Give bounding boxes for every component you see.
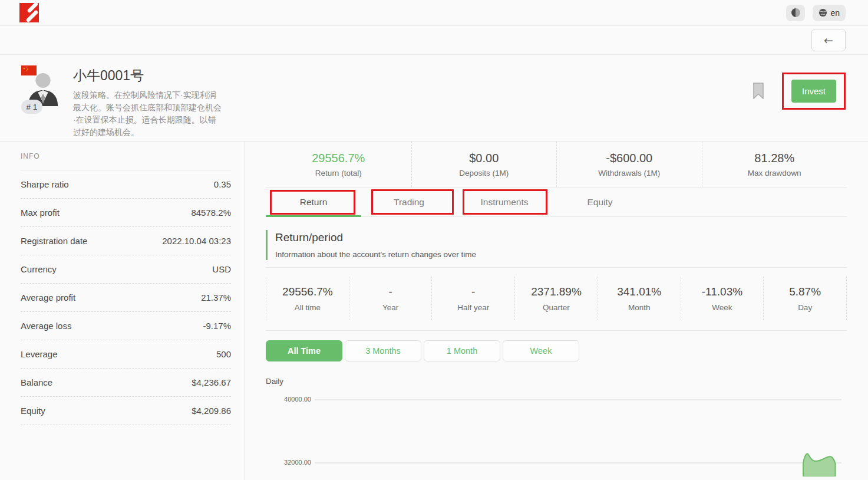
top-bar: en	[0, 0, 868, 26]
info-value: USD	[212, 264, 231, 274]
info-value: 2022.10.04 03:23	[162, 236, 231, 246]
tab-bar: Return Trading Instruments Equity	[266, 188, 847, 217]
period-all-time: 29556.7% All time	[266, 277, 349, 320]
info-label: Balance	[21, 377, 52, 387]
period-value: 341.01%	[617, 285, 661, 298]
china-flag-icon	[21, 65, 37, 75]
language-button[interactable]: en	[813, 5, 846, 21]
bookmark-icon	[753, 83, 764, 99]
info-panel-title: INFO	[21, 152, 231, 170]
stat-label: Withdrawals (1M)	[598, 169, 660, 177]
secondary-bar: ←	[0, 26, 868, 55]
info-panel: INFO Sharpe ratio 0.35 Max profit 84578.…	[0, 142, 245, 480]
filter-1-month[interactable]: 1 Month	[424, 340, 500, 361]
stat-value: -$600.00	[606, 152, 652, 165]
tab-label: Return	[300, 197, 328, 208]
period-week: -11.03% Week	[681, 277, 764, 320]
period-day: 5.87% Day	[763, 277, 846, 320]
stat-label: Deposits (1M)	[459, 169, 509, 177]
main-content: 29556.7% Return (total) $0.00 Deposits (…	[245, 142, 868, 480]
info-row-average-loss: Average loss -9.17%	[21, 312, 231, 340]
info-value: 21.37%	[201, 292, 231, 303]
trader-profile-header: # 1 小牛0001号 波段策略。在控制风险情况下·实现利润最大化。账号会抓住底…	[0, 55, 868, 142]
info-row-leverage: Leverage 500	[21, 340, 231, 369]
chart-frequency-label: Daily	[266, 377, 847, 386]
info-value: -9.17%	[203, 321, 231, 331]
return-period-section-header: Return/period Information about the acco…	[266, 230, 847, 260]
info-row-average-profit: Average profit 21.37%	[21, 284, 231, 312]
filter-all-time[interactable]: All Time	[266, 340, 342, 361]
period-label: Month	[628, 303, 651, 312]
period-quarter: 2371.89% Quarter	[514, 277, 598, 320]
stat-max-drawdown: 81.28% Max drawdown	[702, 142, 847, 187]
info-label: Equity	[21, 406, 45, 416]
section-subtitle: Information about the account's return c…	[275, 250, 847, 259]
period-value: 29556.7%	[282, 285, 333, 298]
info-label: Sharpe ratio	[21, 179, 69, 189]
y-axis-tick: 40000.00	[266, 396, 311, 403]
info-label: Average loss	[21, 321, 71, 331]
filter-week[interactable]: Week	[503, 340, 579, 361]
tab-label: Trading	[394, 197, 424, 208]
info-value: 0.35	[214, 179, 231, 189]
gridline	[315, 462, 841, 463]
info-label: Leverage	[21, 349, 58, 359]
info-label: Currency	[21, 264, 57, 274]
tab-trading[interactable]: Trading	[361, 188, 457, 216]
stat-label: Return (total)	[315, 169, 362, 177]
info-label: Max profit	[21, 208, 60, 218]
period-year: - Year	[349, 277, 432, 320]
period-label: Half year	[457, 303, 489, 312]
stat-deposits: $0.00 Deposits (1M)	[411, 142, 557, 187]
stat-value: $0.00	[469, 152, 499, 165]
info-row-registration-date: Registration date 2022.10.04 03:23	[21, 227, 231, 255]
tab-instruments[interactable]: Instruments	[457, 188, 552, 216]
back-button[interactable]: ←	[811, 29, 846, 51]
period-value: 2371.89%	[531, 285, 582, 298]
language-label: en	[830, 8, 840, 18]
period-label: Quarter	[543, 303, 570, 312]
info-value: 84578.2%	[191, 208, 231, 218]
period-label: Week	[712, 303, 732, 312]
period-stats-row: 29556.7% All time - Year - Half year 237…	[266, 267, 847, 331]
tab-equity[interactable]: Equity	[552, 188, 648, 216]
period-value: -	[388, 285, 392, 298]
stat-label: Max drawdown	[748, 169, 801, 177]
tab-label: Instruments	[481, 197, 529, 208]
tab-return[interactable]: Return	[266, 188, 361, 216]
stat-withdrawals: -$600.00 Withdrawals (1M)	[556, 142, 702, 187]
gridline	[315, 399, 841, 400]
stat-value: 29556.7%	[312, 152, 365, 165]
period-value: -	[471, 285, 475, 298]
info-value: 500	[216, 349, 231, 359]
period-value: 5.87%	[789, 285, 821, 298]
info-row-max-profit: Max profit 84578.2%	[21, 199, 231, 227]
avatar: # 1	[21, 65, 64, 120]
rank-badge: # 1	[21, 100, 42, 114]
period-month: 341.01% Month	[598, 277, 681, 320]
trader-name: 小牛0001号	[73, 67, 223, 85]
equity-curve-partial	[802, 451, 837, 476]
filter-3-months[interactable]: 3 Months	[345, 340, 421, 361]
info-value: $4,236.67	[192, 377, 231, 387]
bookmark-button[interactable]	[753, 83, 764, 101]
info-value: $4,209.86	[192, 406, 231, 416]
info-row-currency: Currency USD	[21, 255, 231, 284]
theme-contrast-icon	[791, 8, 800, 17]
tab-label: Equity	[587, 197, 612, 208]
theme-toggle-button[interactable]	[786, 5, 805, 21]
info-label: Average profit	[21, 292, 75, 303]
return-chart: 40000.00 32000.00	[266, 386, 847, 475]
back-arrow-icon: ←	[824, 34, 833, 47]
active-tab-underline	[266, 215, 361, 217]
range-filter-group: All Time 3 Months 1 Month Week	[266, 340, 847, 361]
globe-icon	[819, 8, 827, 17]
roboforex-logo	[19, 3, 41, 27]
info-label: Registration date	[21, 236, 87, 246]
period-half-year: - Half year	[431, 277, 514, 320]
period-label: Day	[798, 303, 812, 312]
period-value: -11.03%	[702, 285, 742, 298]
info-row-sharpe-ratio: Sharpe ratio 0.35	[21, 170, 231, 199]
invest-button[interactable]: Invest	[791, 80, 836, 103]
period-label: Year	[382, 303, 398, 312]
